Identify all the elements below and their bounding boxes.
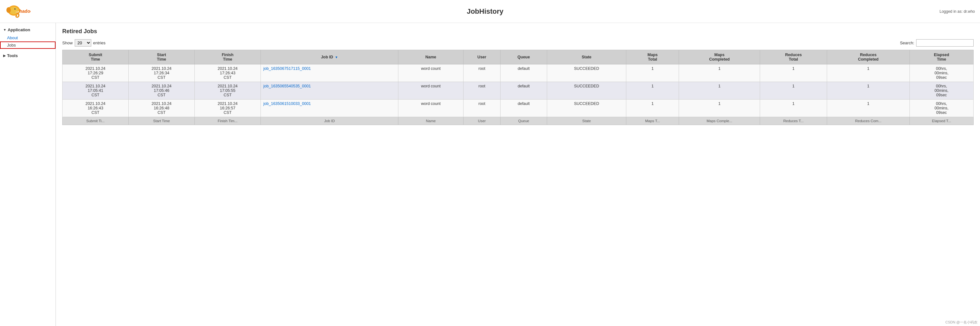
tools-arrow-icon: ▶ [3, 54, 6, 57]
table-cell-row2-col11: 1 [827, 100, 910, 117]
watermark: CSDN @一名小码农 [945, 320, 977, 325]
application-arrow-icon: ▼ [3, 28, 6, 32]
table-cell-row0-col3[interactable]: job_1635067517115_0001 [261, 65, 398, 82]
footer-reduces-completed: Reduces Com... [827, 117, 910, 125]
search-input[interactable] [916, 39, 974, 47]
sidebar-tools-header[interactable]: ▶ Tools [0, 51, 56, 60]
table-cell-row2-col10: 1 [760, 100, 827, 117]
col-name[interactable]: Name [398, 50, 463, 65]
table-cell-row0-col2: 2021.10.24 17:26:43 CST [195, 65, 261, 82]
table-row: 2021.10.24 17:26:29 CST2021.10.24 17:26:… [62, 65, 974, 82]
section-title: Retired Jobs [62, 28, 974, 35]
sidebar-jobs-link[interactable]: Jobs [7, 43, 16, 47]
col-elapsed-time[interactable]: ElapsedTime [910, 50, 973, 65]
svg-point-2 [6, 7, 11, 13]
table-cell-row0-col10: 1 [760, 65, 827, 82]
col-user[interactable]: User [463, 50, 501, 65]
col-start-time[interactable]: StartTime [129, 50, 195, 65]
table-cell-row2-col5: root [463, 100, 501, 117]
table-cell-row1-col3[interactable]: job_1635065540535_0001 [261, 82, 398, 100]
table-cell-row0-col8: 1 [626, 65, 679, 82]
footer-start-time: Start Time [129, 117, 195, 125]
table-cell-row1-col12: 00hrs, 00mins, 09sec [910, 82, 973, 100]
hadoop-logo: hadoop [5, 3, 31, 20]
table-cell-row0-col7: SUCCEEDED [547, 65, 626, 82]
footer-job-id: Job ID [261, 117, 398, 125]
table-cell-row1-col8: 1 [626, 82, 679, 100]
page-title: JobHistory [31, 7, 939, 16]
footer-user: User [463, 117, 501, 125]
show-label: Show [62, 41, 73, 45]
table-cell-row2-col1: 2021.10.24 16:26:48 CST [129, 100, 195, 117]
sidebar-application-label: Application [8, 27, 30, 32]
table-header-row: SubmitTime StartTime FinishTime Job ID ▼… [62, 50, 974, 65]
table-cell-row1-col0: 2021.10.24 17:05:41 CST [62, 82, 129, 100]
table-cell-row2-col3[interactable]: job_1635061510033_0001 [261, 100, 398, 117]
svg-point-4 [15, 9, 16, 9]
col-reduces-completed[interactable]: ReducesCompleted [827, 50, 910, 65]
job-id-link[interactable]: job_1635065540535_0001 [263, 84, 311, 89]
col-reduces-total[interactable]: ReducesTotal [760, 50, 827, 65]
col-queue[interactable]: Queue [501, 50, 547, 65]
table-cell-row0-col0: 2021.10.24 17:26:29 CST [62, 65, 129, 82]
sidebar-about-link[interactable]: About [7, 35, 18, 40]
entries-select[interactable]: 20 10 25 50 100 [75, 39, 91, 47]
jobs-table: SubmitTime StartTime FinishTime Job ID ▼… [62, 50, 974, 125]
table-controls: Show 20 10 25 50 100 entries Search: [62, 39, 974, 47]
table-cell-row1-col7: SUCCEEDED [547, 82, 626, 100]
logo-area: hadoop [5, 3, 31, 20]
top-bar: hadoop JobHistory Logged in as: dr.who [0, 0, 980, 23]
col-job-id[interactable]: Job ID ▼ [261, 50, 398, 65]
svg-text:hadoop: hadoop [19, 9, 31, 14]
table-row: 2021.10.24 16:26:43 CST2021.10.24 16:26:… [62, 100, 974, 117]
search-area: Search: [900, 39, 974, 47]
footer-queue: Queue [501, 117, 547, 125]
col-submit-time[interactable]: SubmitTime [62, 50, 129, 65]
table-cell-row0-col1: 2021.10.24 17:26:34 CST [129, 65, 195, 82]
job-id-link[interactable]: job_1635067517115_0001 [263, 66, 311, 71]
table-cell-row1-col6: default [501, 82, 547, 100]
table-cell-row2-col2: 2021.10.24 16:26:57 CST [195, 100, 261, 117]
sidebar-item-jobs[interactable]: Jobs [0, 41, 56, 49]
table-cell-row1-col4: word count [398, 82, 463, 100]
footer-submit-time: Submit Ti... [62, 117, 129, 125]
table-cell-row0-col11: 1 [827, 65, 910, 82]
entries-label: entries [93, 41, 106, 45]
table-cell-row0-col9: 1 [679, 65, 760, 82]
col-state[interactable]: State [547, 50, 626, 65]
table-cell-row2-col4: word count [398, 100, 463, 117]
table-cell-row2-col6: default [501, 100, 547, 117]
table-cell-row1-col10: 1 [760, 82, 827, 100]
show-entries-control: Show 20 10 25 50 100 entries [62, 39, 106, 47]
footer-maps-completed: Maps Comple... [679, 117, 760, 125]
table-row: 2021.10.24 17:05:41 CST2021.10.24 17:05:… [62, 82, 974, 100]
footer-name: Name [398, 117, 463, 125]
sidebar-item-about[interactable]: About [0, 34, 56, 41]
footer-maps-total: Maps T... [626, 117, 679, 125]
footer-state: State [547, 117, 626, 125]
table-cell-row2-col0: 2021.10.24 16:26:43 CST [62, 100, 129, 117]
sort-icon: ▼ [335, 55, 338, 59]
table-cell-row2-col7: SUCCEEDED [547, 100, 626, 117]
job-id-link[interactable]: job_1635061510033_0001 [263, 101, 311, 106]
table-cell-row1-col2: 2021.10.24 17:05:55 CST [195, 82, 261, 100]
table-cell-row2-col9: 1 [679, 100, 760, 117]
table-cell-row1-col5: root [463, 82, 501, 100]
main-content: Retired Jobs Show 20 10 25 50 100 entrie… [56, 23, 980, 326]
table-cell-row1-col11: 1 [827, 82, 910, 100]
table-cell-row1-col9: 1 [679, 82, 760, 100]
footer-elapsed-time: Elapsed T... [910, 117, 973, 125]
col-finish-time[interactable]: FinishTime [195, 50, 261, 65]
table-cell-row2-col12: 00hrs, 00mins, 09sec [910, 100, 973, 117]
table-cell-row0-col12: 00hrs, 00mins, 09sec [910, 65, 973, 82]
table-body: 2021.10.24 17:26:29 CST2021.10.24 17:26:… [62, 65, 974, 117]
sidebar-application-header[interactable]: ▼ Application [0, 25, 56, 34]
sidebar: ▼ Application About Jobs ▶ Tools [0, 23, 56, 326]
col-maps-total[interactable]: MapsTotal [626, 50, 679, 65]
col-maps-completed[interactable]: MapsCompleted [679, 50, 760, 65]
logged-in-text: Logged in as: dr.who [939, 9, 975, 14]
table-cell-row1-col1: 2021.10.24 17:05:46 CST [129, 82, 195, 100]
table-footer-row: Submit Ti... Start Time Finish Tim... Jo… [62, 117, 974, 125]
table-cell-row0-col5: root [463, 65, 501, 82]
table-cell-row2-col8: 1 [626, 100, 679, 117]
